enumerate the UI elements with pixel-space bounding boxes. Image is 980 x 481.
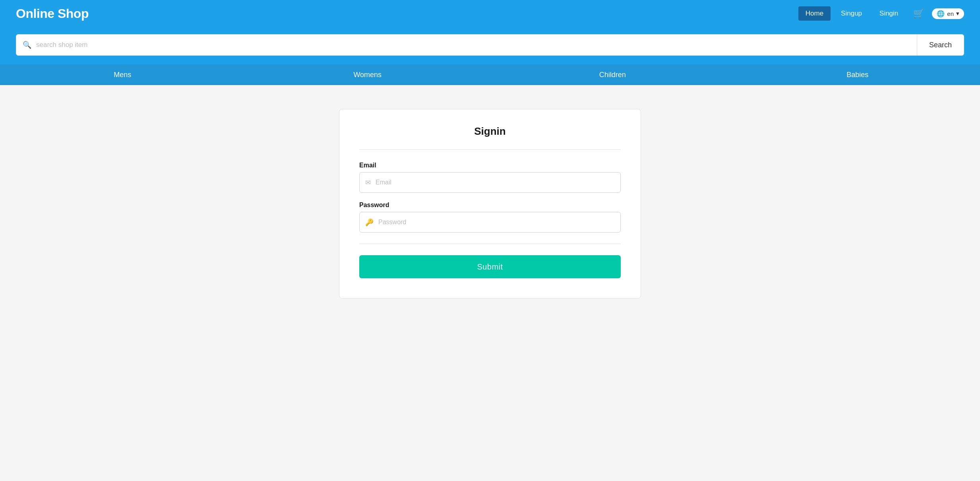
nav-signin[interactable]: Singin: [872, 6, 905, 21]
submit-button[interactable]: Submit: [359, 255, 621, 278]
site-logo: Online Shop: [16, 6, 89, 21]
search-button[interactable]: Search: [917, 34, 964, 56]
signin-top-divider: [359, 149, 621, 150]
language-selector[interactable]: 🌐 en ▾: [932, 8, 964, 19]
header-nav: Home Singup Singin 🛒 🌐 en ▾: [798, 5, 964, 22]
key-icon: 🔑: [365, 218, 374, 227]
category-mens[interactable]: Mens: [0, 65, 245, 85]
password-input-wrap: 🔑: [359, 212, 621, 233]
search-input-wrap: 🔍: [16, 34, 917, 56]
chevron-down-icon: ▾: [956, 10, 959, 17]
globe-icon: 🌐: [937, 10, 945, 17]
search-input[interactable]: [36, 41, 910, 49]
email-icon: ✉: [365, 178, 371, 187]
header: Online Shop Home Singup Singin 🛒 🌐 en ▾: [0, 0, 980, 27]
nav-home[interactable]: Home: [798, 6, 831, 21]
email-input-wrap: ✉: [359, 172, 621, 193]
category-children[interactable]: Children: [490, 65, 735, 85]
email-field[interactable]: [376, 179, 615, 186]
cart-icon[interactable]: 🛒: [908, 5, 929, 22]
search-icon: 🔍: [23, 41, 31, 49]
category-babies[interactable]: Babies: [735, 65, 980, 85]
password-label: Password: [359, 202, 621, 209]
email-group: Email ✉: [359, 162, 621, 193]
email-label: Email: [359, 162, 621, 169]
category-nav: Mens Womens Children Babies: [0, 64, 980, 85]
main-content: Signin Email ✉ Password 🔑 Submit: [0, 85, 980, 481]
password-group: Password 🔑: [359, 202, 621, 233]
nav-signup[interactable]: Singup: [834, 6, 869, 21]
search-section: 🔍 Search: [0, 27, 980, 64]
signin-bottom-divider: [359, 244, 621, 244]
category-womens[interactable]: Womens: [245, 65, 490, 85]
password-field[interactable]: [378, 219, 615, 226]
signin-title: Signin: [359, 125, 621, 138]
signin-card: Signin Email ✉ Password 🔑 Submit: [339, 109, 641, 299]
lang-current: en: [947, 10, 954, 17]
